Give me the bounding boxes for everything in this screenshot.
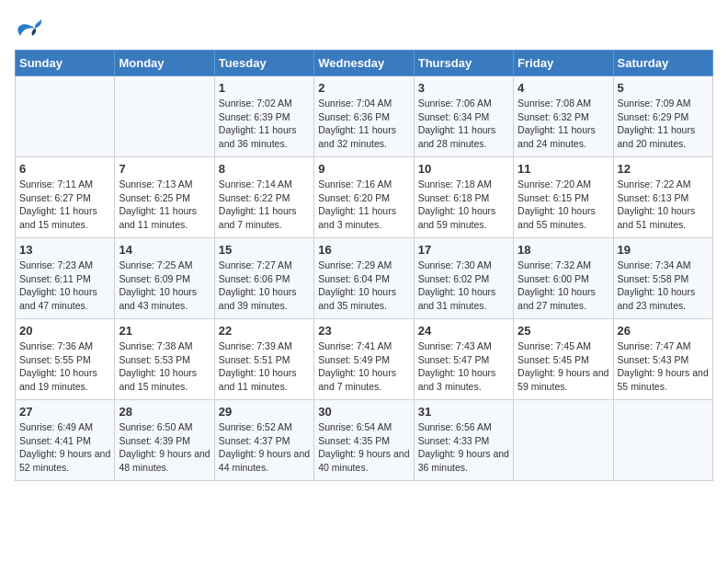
cell-info: Sunrise: 6:50 AMSunset: 4:39 PMDaylight:…: [119, 420, 210, 475]
cell-info: Sunrise: 7:18 AMSunset: 6:18 PMDaylight:…: [418, 178, 509, 232]
cell-info: Sunrise: 7:39 AMSunset: 5:51 PMDaylight:…: [219, 339, 310, 394]
day-number: 16: [318, 243, 409, 257]
cell-info: Sunrise: 7:04 AMSunset: 6:36 PMDaylight:…: [318, 97, 409, 151]
calendar-cell: 8Sunrise: 7:14 AMSunset: 6:22 PMDaylight…: [214, 157, 313, 238]
calendar-cell: 10Sunrise: 7:18 AMSunset: 6:18 PMDayligh…: [414, 157, 513, 238]
day-number: 6: [19, 162, 110, 176]
day-header-tuesday: Tuesday: [214, 51, 313, 76]
calendar-body: 1Sunrise: 7:02 AMSunset: 6:39 PMDaylight…: [16, 76, 713, 481]
calendar-week-5: 27Sunrise: 6:49 AMSunset: 4:41 PMDayligh…: [16, 400, 713, 481]
calendar-cell: [514, 400, 613, 481]
calendar-week-1: 1Sunrise: 7:02 AMSunset: 6:39 PMDaylight…: [16, 76, 713, 157]
day-header-sunday: Sunday: [16, 51, 115, 76]
cell-info: Sunrise: 7:25 AMSunset: 6:09 PMDaylight:…: [119, 259, 210, 313]
day-number: 20: [19, 324, 110, 338]
cell-info: Sunrise: 7:47 AMSunset: 5:43 PMDaylight:…: [618, 339, 709, 394]
day-number: 31: [418, 405, 509, 419]
day-number: 25: [518, 324, 609, 338]
logo-icon: [15, 15, 44, 40]
cell-info: Sunrise: 7:32 AMSunset: 6:00 PMDaylight:…: [518, 259, 609, 313]
calendar-cell: 16Sunrise: 7:29 AMSunset: 6:04 PMDayligh…: [314, 238, 414, 319]
cell-info: Sunrise: 7:06 AMSunset: 6:34 PMDaylight:…: [418, 97, 509, 151]
calendar-cell: 20Sunrise: 7:36 AMSunset: 5:55 PMDayligh…: [16, 319, 115, 400]
calendar-cell: 5Sunrise: 7:09 AMSunset: 6:29 PMDaylight…: [613, 76, 712, 157]
cell-info: Sunrise: 7:38 AMSunset: 5:53 PMDaylight:…: [119, 339, 210, 394]
calendar-cell: 25Sunrise: 7:45 AMSunset: 5:45 PMDayligh…: [514, 319, 613, 400]
day-number: 8: [219, 162, 310, 176]
day-number: 2: [318, 81, 409, 95]
day-number: 27: [19, 405, 110, 419]
calendar-cell: [16, 76, 115, 157]
day-number: 5: [618, 81, 709, 95]
calendar-cell: 14Sunrise: 7:25 AMSunset: 6:09 PMDayligh…: [115, 238, 214, 319]
day-header-wednesday: Wednesday: [314, 51, 414, 76]
day-number: 23: [318, 324, 409, 338]
day-number: 3: [418, 81, 509, 95]
cell-info: Sunrise: 7:43 AMSunset: 5:47 PMDaylight:…: [418, 339, 509, 394]
calendar-cell: 11Sunrise: 7:20 AMSunset: 6:15 PMDayligh…: [514, 157, 613, 238]
calendar-week-2: 6Sunrise: 7:11 AMSunset: 6:27 PMDaylight…: [16, 157, 713, 238]
calendar-cell: 24Sunrise: 7:43 AMSunset: 5:47 PMDayligh…: [414, 319, 513, 400]
calendar-cell: 21Sunrise: 7:38 AMSunset: 5:53 PMDayligh…: [115, 319, 214, 400]
cell-info: Sunrise: 7:08 AMSunset: 6:32 PMDaylight:…: [518, 97, 609, 151]
day-number: 19: [618, 243, 709, 257]
cell-info: Sunrise: 6:49 AMSunset: 4:41 PMDaylight:…: [19, 420, 110, 475]
calendar-cell: 12Sunrise: 7:22 AMSunset: 6:13 PMDayligh…: [613, 157, 712, 238]
day-header-friday: Friday: [514, 51, 613, 76]
cell-info: Sunrise: 7:20 AMSunset: 6:15 PMDaylight:…: [518, 178, 609, 232]
day-number: 9: [318, 162, 409, 176]
day-header-monday: Monday: [115, 51, 214, 76]
day-number: 14: [119, 243, 210, 257]
cell-info: Sunrise: 7:09 AMSunset: 6:29 PMDaylight:…: [618, 97, 709, 151]
cell-info: Sunrise: 7:14 AMSunset: 6:22 PMDaylight:…: [219, 178, 310, 232]
day-number: 17: [418, 243, 509, 257]
calendar-cell: 2Sunrise: 7:04 AMSunset: 6:36 PMDaylight…: [314, 76, 414, 157]
cell-info: Sunrise: 7:11 AMSunset: 6:27 PMDaylight:…: [19, 178, 110, 232]
day-number: 12: [618, 162, 709, 176]
cell-info: Sunrise: 7:45 AMSunset: 5:45 PMDaylight:…: [518, 339, 609, 394]
calendar-week-4: 20Sunrise: 7:36 AMSunset: 5:55 PMDayligh…: [16, 319, 713, 400]
cell-info: Sunrise: 7:30 AMSunset: 6:02 PMDaylight:…: [418, 259, 509, 313]
day-number: 1: [219, 81, 310, 95]
page-header: [15, 15, 713, 40]
day-number: 29: [219, 405, 310, 419]
cell-info: Sunrise: 7:29 AMSunset: 6:04 PMDaylight:…: [318, 259, 409, 313]
day-number: 22: [219, 324, 310, 338]
calendar-cell: 13Sunrise: 7:23 AMSunset: 6:11 PMDayligh…: [16, 238, 115, 319]
calendar-cell: 23Sunrise: 7:41 AMSunset: 5:49 PMDayligh…: [314, 319, 414, 400]
calendar-cell: 27Sunrise: 6:49 AMSunset: 4:41 PMDayligh…: [16, 400, 115, 481]
calendar-cell: 22Sunrise: 7:39 AMSunset: 5:51 PMDayligh…: [214, 319, 313, 400]
header-row: SundayMondayTuesdayWednesdayThursdayFrid…: [16, 51, 713, 76]
day-number: 4: [518, 81, 609, 95]
day-header-saturday: Saturday: [613, 51, 712, 76]
calendar-week-3: 13Sunrise: 7:23 AMSunset: 6:11 PMDayligh…: [16, 238, 713, 319]
day-number: 11: [518, 162, 609, 176]
calendar-cell: 18Sunrise: 7:32 AMSunset: 6:00 PMDayligh…: [514, 238, 613, 319]
day-number: 10: [418, 162, 509, 176]
cell-info: Sunrise: 7:41 AMSunset: 5:49 PMDaylight:…: [318, 339, 409, 394]
calendar-cell: 3Sunrise: 7:06 AMSunset: 6:34 PMDaylight…: [414, 76, 513, 157]
calendar-cell: [613, 400, 712, 481]
cell-info: Sunrise: 7:13 AMSunset: 6:25 PMDaylight:…: [119, 178, 210, 232]
day-number: 24: [418, 324, 509, 338]
day-number: 26: [618, 324, 709, 338]
cell-info: Sunrise: 6:52 AMSunset: 4:37 PMDaylight:…: [219, 420, 310, 475]
calendar-cell: 15Sunrise: 7:27 AMSunset: 6:06 PMDayligh…: [214, 238, 313, 319]
cell-info: Sunrise: 7:16 AMSunset: 6:20 PMDaylight:…: [318, 178, 409, 232]
calendar-cell: [115, 76, 214, 157]
calendar-cell: 6Sunrise: 7:11 AMSunset: 6:27 PMDaylight…: [16, 157, 115, 238]
calendar-cell: 7Sunrise: 7:13 AMSunset: 6:25 PMDaylight…: [115, 157, 214, 238]
calendar-cell: 28Sunrise: 6:50 AMSunset: 4:39 PMDayligh…: [115, 400, 214, 481]
day-number: 21: [119, 324, 210, 338]
cell-info: Sunrise: 7:36 AMSunset: 5:55 PMDaylight:…: [19, 339, 110, 394]
cell-info: Sunrise: 7:22 AMSunset: 6:13 PMDaylight:…: [618, 178, 709, 232]
cell-info: Sunrise: 7:02 AMSunset: 6:39 PMDaylight:…: [219, 97, 310, 151]
day-number: 18: [518, 243, 609, 257]
day-number: 13: [19, 243, 110, 257]
cell-info: Sunrise: 7:23 AMSunset: 6:11 PMDaylight:…: [19, 259, 110, 313]
cell-info: Sunrise: 6:56 AMSunset: 4:33 PMDaylight:…: [418, 420, 509, 475]
day-number: 30: [318, 405, 409, 419]
calendar-cell: 31Sunrise: 6:56 AMSunset: 4:33 PMDayligh…: [414, 400, 513, 481]
cell-info: Sunrise: 7:27 AMSunset: 6:06 PMDaylight:…: [219, 259, 310, 313]
calendar-cell: 17Sunrise: 7:30 AMSunset: 6:02 PMDayligh…: [414, 238, 513, 319]
